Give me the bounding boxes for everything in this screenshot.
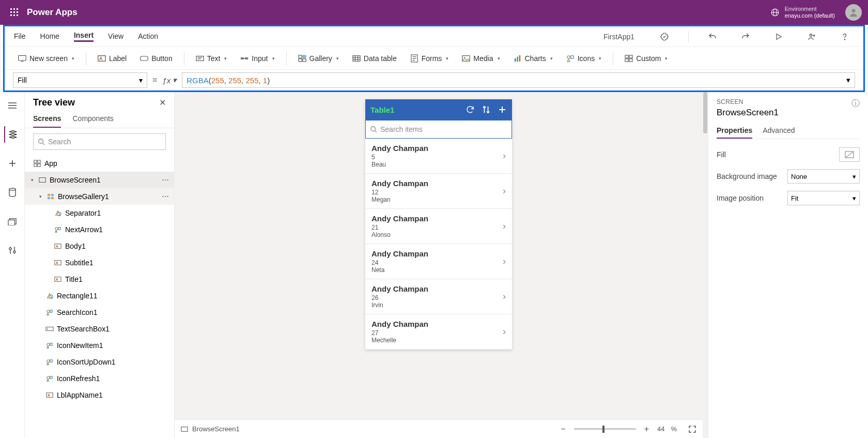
undo-icon[interactable] — [703, 27, 722, 46]
gallery-item[interactable]: Andy Champan12Megan› — [365, 174, 512, 209]
chevron-down-icon[interactable]: ▾ — [37, 194, 43, 199]
property-dropdown[interactable]: Fill▾ — [13, 72, 147, 88]
close-icon[interactable]: ✕ — [159, 98, 166, 108]
tab-view[interactable]: View — [108, 32, 123, 41]
share-icon[interactable] — [802, 27, 821, 46]
tree-item-browsegallery[interactable]: ▾ BrowseGallery1 ⋯ — [25, 188, 174, 205]
sort-icon[interactable] — [482, 105, 490, 114]
tree-item-browsescreen[interactable]: ▾ BrowseScreen1 ⋯ — [25, 172, 174, 188]
tree-item-iconnew[interactable]: IconNewItem1 — [25, 337, 174, 354]
tree-item-lblappname[interactable]: LblAppName1 — [25, 387, 174, 403]
tree-view-icon[interactable] — [4, 126, 21, 143]
tree-list: App ▾ BrowseScreen1 ⋯ ▾ BrowseGallery1 ⋯… — [25, 155, 174, 438]
fit-icon[interactable] — [688, 425, 696, 433]
chevron-right-icon[interactable]: › — [503, 150, 506, 161]
tree-item-iconsort[interactable]: IconSortUpDown1 — [25, 354, 174, 370]
custom-button[interactable]: Custom▾ — [619, 52, 673, 65]
chevron-right-icon[interactable]: › — [503, 256, 506, 267]
tree-item-rectangle[interactable]: Rectangle11 — [25, 288, 174, 304]
help-icon[interactable] — [835, 27, 854, 46]
tree-item-body[interactable]: Body1 — [25, 238, 174, 254]
gallery-button[interactable]: Gallery▾ — [293, 52, 344, 65]
insert-rail-icon[interactable] — [4, 155, 21, 172]
tree-item-separator[interactable]: Separator1 — [25, 205, 174, 221]
svg-rect-43 — [462, 55, 470, 61]
gallery-item[interactable]: Andy Champan24Neta› — [365, 244, 512, 279]
tree-item-app[interactable]: App — [25, 155, 174, 172]
canvas[interactable]: Table1 Search items Andy Champan5Beau›An… — [175, 92, 708, 438]
label-button[interactable]: Label — [92, 52, 132, 65]
zoom-out-icon[interactable]: − — [561, 425, 565, 434]
media-rail-icon[interactable] — [4, 213, 21, 230]
gallery-item[interactable]: Andy Champan27Mechelle› — [365, 314, 512, 350]
img-pos-dropdown[interactable]: Fit▾ — [787, 191, 860, 205]
gallery-item[interactable]: Andy Champan26Irvin› — [365, 279, 512, 314]
new-screen-button[interactable]: New screen▾ — [13, 52, 80, 65]
zoom-slider[interactable] — [574, 428, 636, 430]
tree-item-nextarrow[interactable]: NextArrow1 — [25, 221, 174, 238]
play-icon[interactable] — [769, 27, 788, 46]
forms-button[interactable]: Forms▾ — [405, 52, 454, 65]
svg-rect-91 — [50, 360, 52, 362]
data-rail-icon[interactable] — [4, 184, 21, 201]
chevron-right-icon[interactable]: › — [503, 291, 506, 302]
tree-tab-components[interactable]: Components — [72, 110, 113, 128]
fill-color-button[interactable] — [839, 147, 860, 162]
tree-search-input[interactable]: Search — [33, 133, 166, 150]
svg-rect-93 — [50, 376, 52, 379]
prop-tab-properties[interactable]: Properties — [717, 123, 752, 139]
tab-file[interactable]: File — [14, 32, 26, 41]
panel-help-icon[interactable]: ⓘ — [851, 98, 860, 109]
more-icon[interactable]: ⋯ — [162, 176, 169, 184]
tab-insert[interactable]: Insert — [74, 31, 94, 42]
svg-rect-2 — [17, 8, 18, 10]
more-icon[interactable]: ⋯ — [162, 192, 169, 201]
chevron-right-icon[interactable]: › — [503, 221, 506, 232]
hamburger-icon[interactable] — [4, 97, 21, 114]
refresh-icon[interactable] — [466, 105, 475, 114]
input-button[interactable]: Input▾ — [235, 52, 280, 65]
app-name: FirstApp1 — [603, 33, 641, 41]
fx-icon[interactable]: ƒx ▾ — [162, 75, 177, 85]
chevron-down-icon[interactable]: ▾ — [29, 177, 35, 183]
tree-tab-screens[interactable]: Screens — [33, 110, 61, 128]
gallery-body: Neta — [371, 266, 503, 274]
icons-button[interactable]: Icons▾ — [561, 52, 607, 65]
tools-rail-icon[interactable] — [4, 242, 21, 259]
redo-icon[interactable] — [736, 27, 755, 46]
tree-item-searchicon[interactable]: SearchIcon1 — [25, 304, 174, 321]
chevron-right-icon[interactable]: › — [503, 326, 506, 337]
phone-search-input[interactable]: Search items — [365, 120, 512, 139]
prop-name: BrowseScreen1 — [717, 108, 860, 118]
tab-action[interactable]: Action — [138, 32, 158, 41]
tree-item-iconrefresh[interactable]: IconRefresh1 — [25, 370, 174, 387]
chevron-right-icon[interactable]: › — [503, 186, 506, 197]
shape-icon — [45, 292, 54, 300]
button-button[interactable]: Button — [135, 52, 177, 65]
svg-rect-0 — [10, 8, 12, 10]
waffle-icon[interactable] — [6, 4, 23, 21]
media-button[interactable]: Media▾ — [457, 52, 505, 65]
svg-point-65 — [13, 251, 16, 253]
environment-button[interactable]: Environment enayu.com (default) — [770, 6, 835, 19]
vertical-scrollbar[interactable] — [703, 92, 708, 417]
tree-item-subtitle[interactable]: Subtitle1 — [25, 254, 174, 271]
tree-item-title[interactable]: Title1 — [25, 271, 174, 288]
gallery-item[interactable]: Andy Champan21Alonso› — [365, 209, 512, 244]
tree-item-textsearchbox[interactable]: TextSearchBox1 — [25, 321, 174, 337]
user-avatar[interactable] — [845, 4, 862, 21]
svg-rect-31 — [302, 55, 305, 57]
tab-home[interactable]: Home — [40, 32, 59, 41]
data-table-button[interactable]: Data table — [347, 52, 402, 65]
charts-button[interactable]: Charts▾ — [508, 52, 558, 65]
zoom-in-icon[interactable]: + — [644, 425, 649, 434]
gallery-item[interactable]: Andy Champan5Beau› — [365, 139, 512, 174]
text-button[interactable]: Text▾ — [191, 52, 233, 65]
phone-preview[interactable]: Table1 Search items Andy Champan5Beau›An… — [365, 99, 512, 350]
add-icon[interactable] — [498, 105, 507, 114]
app-checker-icon[interactable] — [655, 27, 674, 46]
formula-expand-icon[interactable]: ▾ — [846, 75, 850, 85]
prop-tab-advanced[interactable]: Advanced — [763, 123, 795, 139]
formula-input[interactable]: RGBA(255, 255, 255, 1) ▾ — [182, 72, 855, 88]
bg-image-dropdown[interactable]: None▾ — [787, 169, 860, 184]
